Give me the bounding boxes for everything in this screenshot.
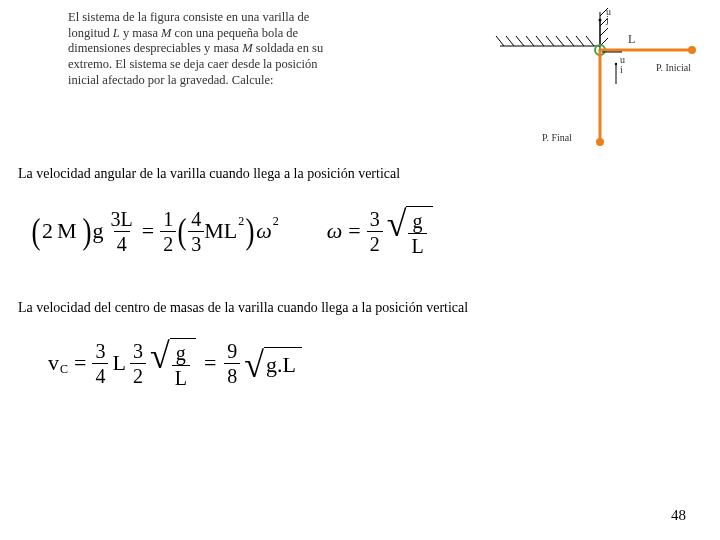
equals-sign: = [142,218,154,244]
equation-row-1: (2M)g 3L4 = 12 ( 43 ML2 ) ω2 ω = 32 √ gL [30,206,720,256]
problem-statement: El sistema de la figura consiste en una … [68,10,428,88]
frac-num: 9 [224,341,240,363]
svg-point-17 [599,19,602,22]
var-g: g [176,342,186,364]
svg-line-4 [526,36,534,46]
question-a: La velocidad angular de la varilla cuand… [18,166,720,182]
var-ML: ML [204,218,237,244]
axis-u-label: u [620,54,625,65]
page-number: 48 [671,507,686,524]
frac-num: 4 [188,209,204,231]
frac-num: 3 [92,341,108,363]
frac-den: 2 [130,363,146,386]
exponent: 2 [273,214,279,229]
frac-num: 3L [111,208,133,230]
var-M: M [242,41,252,55]
svg-line-9 [576,36,584,46]
var-v: v [48,350,59,376]
var-L: L [112,350,125,376]
svg-line-5 [536,36,544,46]
equals-sign: = [348,218,360,244]
var-omega: ω [327,218,343,244]
frac-den: 8 [224,363,240,386]
problem-line: con una pequeña bola de [171,26,298,40]
frac-num: 1 [160,209,176,231]
subscript-C: C [60,362,68,377]
problem-line: soldada en su [253,41,323,55]
frac-den: 2 [367,231,383,254]
svg-line-6 [546,36,554,46]
frac-den: 4 [92,363,108,386]
sqrt: √ g.L [244,347,302,379]
axis-u-label: u [606,6,611,17]
svg-line-14 [600,28,608,36]
svg-line-3 [516,36,524,46]
svg-line-2 [506,36,514,46]
axis-i-label: i [620,64,623,75]
energy-equation: (2M)g 3L4 = 12 ( 43 ML2 ) ω2 [30,209,279,254]
problem-line: extremo. El sistema se deja caer desde l… [68,57,318,71]
svg-line-1 [496,36,504,46]
var-gL: g.L [266,352,296,378]
svg-line-10 [586,36,594,46]
sqrt: √ gL [387,206,433,256]
p-final-label: P. Final [542,132,572,143]
frac-den: 2 [160,231,176,254]
var-g: g [93,218,104,244]
vc-equation: vC = 34 L 32 √ gL = 98 √ g.L [48,338,302,388]
svg-line-7 [556,36,564,46]
var-M: M [57,218,77,244]
var-g: g [413,210,423,232]
frac-den: 3 [188,231,204,254]
svg-point-23 [596,138,604,146]
var-M: M [161,26,171,40]
sqrt: √ gL [150,338,196,388]
p-inicial-label: P. Inicial [656,62,691,73]
svg-point-26 [615,63,617,65]
frac-num: 3 [367,209,383,231]
problem-line: longitud [68,26,113,40]
omega-result: ω = 32 √ gL [327,206,433,256]
problem-line: inicial afectado por la gravedad. Calcul… [68,73,273,87]
num-2: 2 [42,218,53,244]
frac-den: 4 [117,233,127,255]
var-L: L [175,367,187,389]
exponent: 2 [238,214,244,229]
var-omega: ω [256,218,272,244]
physics-diagram: j u L i u P. Inicial P. Final [470,6,710,146]
problem-line: El sistema de la figura consiste en una … [68,10,309,24]
equals-sign: = [74,350,86,376]
svg-line-8 [566,36,574,46]
question-b: La velocidad del centro de masas de la v… [18,300,720,316]
var-L: L [113,26,120,40]
problem-line: y masa [120,26,161,40]
equals-sign: = [204,350,216,376]
var-L: L [411,235,423,257]
frac-num: 3 [130,341,146,363]
length-L-label: L [628,32,635,47]
svg-point-21 [688,46,696,54]
problem-line: dimensiones despreciables y masa [68,41,242,55]
